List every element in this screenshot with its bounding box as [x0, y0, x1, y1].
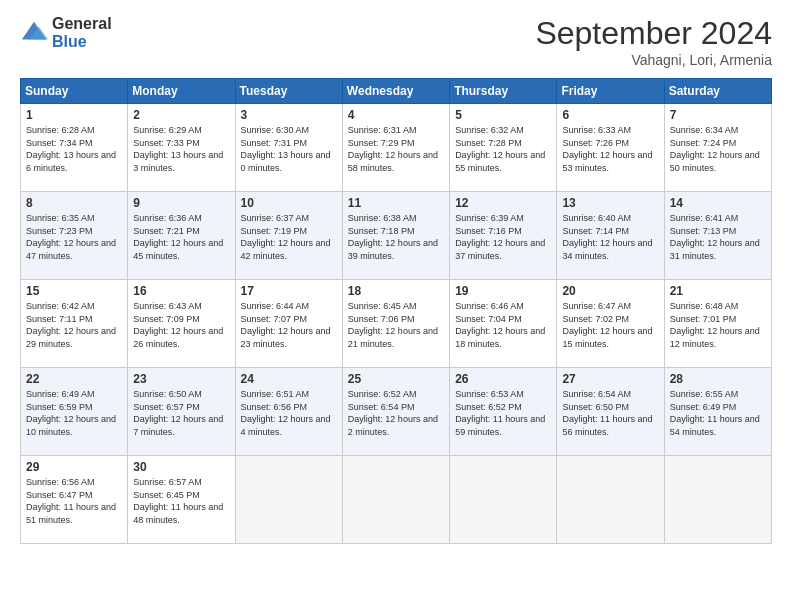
calendar-day-cell: 4 Sunrise: 6:31 AM Sunset: 7:29 PM Dayli…	[342, 104, 449, 192]
calendar-day-cell: 25 Sunrise: 6:52 AM Sunset: 6:54 PM Dayl…	[342, 368, 449, 456]
day-number: 3	[241, 108, 337, 122]
calendar-empty-cell	[450, 456, 557, 544]
calendar-day-cell: 5 Sunrise: 6:32 AM Sunset: 7:28 PM Dayli…	[450, 104, 557, 192]
day-number: 11	[348, 196, 444, 210]
day-number: 5	[455, 108, 551, 122]
calendar-day-cell: 3 Sunrise: 6:30 AM Sunset: 7:31 PM Dayli…	[235, 104, 342, 192]
day-number: 7	[670, 108, 766, 122]
calendar-week-row: 29 Sunrise: 6:56 AM Sunset: 6:47 PM Dayl…	[21, 456, 772, 544]
logo-icon	[20, 19, 48, 47]
calendar-day-cell: 26 Sunrise: 6:53 AM Sunset: 6:52 PM Dayl…	[450, 368, 557, 456]
calendar-day-cell: 11 Sunrise: 6:38 AM Sunset: 7:18 PM Dayl…	[342, 192, 449, 280]
day-info: Sunrise: 6:42 AM Sunset: 7:11 PM Dayligh…	[26, 300, 122, 350]
location: Vahagni, Lori, Armenia	[535, 52, 772, 68]
day-number: 29	[26, 460, 122, 474]
calendar-day-cell: 22 Sunrise: 6:49 AM Sunset: 6:59 PM Dayl…	[21, 368, 128, 456]
day-number: 22	[26, 372, 122, 386]
calendar-day-cell: 28 Sunrise: 6:55 AM Sunset: 6:49 PM Dayl…	[664, 368, 771, 456]
day-info: Sunrise: 6:34 AM Sunset: 7:24 PM Dayligh…	[670, 124, 766, 174]
day-number: 20	[562, 284, 658, 298]
logo-general: General	[52, 15, 112, 33]
day-number: 27	[562, 372, 658, 386]
day-number: 24	[241, 372, 337, 386]
calendar-day-cell: 29 Sunrise: 6:56 AM Sunset: 6:47 PM Dayl…	[21, 456, 128, 544]
day-info: Sunrise: 6:50 AM Sunset: 6:57 PM Dayligh…	[133, 388, 229, 438]
day-info: Sunrise: 6:32 AM Sunset: 7:28 PM Dayligh…	[455, 124, 551, 174]
calendar-day-cell: 21 Sunrise: 6:48 AM Sunset: 7:01 PM Dayl…	[664, 280, 771, 368]
calendar-day-cell: 20 Sunrise: 6:47 AM Sunset: 7:02 PM Dayl…	[557, 280, 664, 368]
col-friday: Friday	[557, 79, 664, 104]
month-title: September 2024	[535, 15, 772, 52]
page: General Blue September 2024 Vahagni, Lor…	[0, 0, 792, 612]
day-number: 30	[133, 460, 229, 474]
day-number: 10	[241, 196, 337, 210]
calendar-header-row: Sunday Monday Tuesday Wednesday Thursday…	[21, 79, 772, 104]
day-number: 21	[670, 284, 766, 298]
calendar-day-cell: 30 Sunrise: 6:57 AM Sunset: 6:45 PM Dayl…	[128, 456, 235, 544]
calendar-day-cell: 14 Sunrise: 6:41 AM Sunset: 7:13 PM Dayl…	[664, 192, 771, 280]
day-number: 9	[133, 196, 229, 210]
calendar-empty-cell	[342, 456, 449, 544]
logo: General Blue	[20, 15, 112, 50]
calendar-day-cell: 15 Sunrise: 6:42 AM Sunset: 7:11 PM Dayl…	[21, 280, 128, 368]
day-number: 17	[241, 284, 337, 298]
day-number: 8	[26, 196, 122, 210]
day-info: Sunrise: 6:45 AM Sunset: 7:06 PM Dayligh…	[348, 300, 444, 350]
col-tuesday: Tuesday	[235, 79, 342, 104]
calendar-week-row: 8 Sunrise: 6:35 AM Sunset: 7:23 PM Dayli…	[21, 192, 772, 280]
day-info: Sunrise: 6:30 AM Sunset: 7:31 PM Dayligh…	[241, 124, 337, 174]
day-info: Sunrise: 6:43 AM Sunset: 7:09 PM Dayligh…	[133, 300, 229, 350]
calendar-day-cell: 10 Sunrise: 6:37 AM Sunset: 7:19 PM Dayl…	[235, 192, 342, 280]
day-number: 18	[348, 284, 444, 298]
calendar-day-cell: 19 Sunrise: 6:46 AM Sunset: 7:04 PM Dayl…	[450, 280, 557, 368]
day-number: 25	[348, 372, 444, 386]
calendar-day-cell: 12 Sunrise: 6:39 AM Sunset: 7:16 PM Dayl…	[450, 192, 557, 280]
day-number: 23	[133, 372, 229, 386]
calendar-day-cell: 7 Sunrise: 6:34 AM Sunset: 7:24 PM Dayli…	[664, 104, 771, 192]
day-info: Sunrise: 6:39 AM Sunset: 7:16 PM Dayligh…	[455, 212, 551, 262]
calendar-empty-cell	[235, 456, 342, 544]
day-info: Sunrise: 6:47 AM Sunset: 7:02 PM Dayligh…	[562, 300, 658, 350]
calendar-empty-cell	[557, 456, 664, 544]
day-info: Sunrise: 6:46 AM Sunset: 7:04 PM Dayligh…	[455, 300, 551, 350]
calendar-day-cell: 18 Sunrise: 6:45 AM Sunset: 7:06 PM Dayl…	[342, 280, 449, 368]
day-number: 28	[670, 372, 766, 386]
calendar-day-cell: 16 Sunrise: 6:43 AM Sunset: 7:09 PM Dayl…	[128, 280, 235, 368]
logo-text: General Blue	[52, 15, 112, 50]
calendar-day-cell: 23 Sunrise: 6:50 AM Sunset: 6:57 PM Dayl…	[128, 368, 235, 456]
calendar-day-cell: 17 Sunrise: 6:44 AM Sunset: 7:07 PM Dayl…	[235, 280, 342, 368]
day-info: Sunrise: 6:53 AM Sunset: 6:52 PM Dayligh…	[455, 388, 551, 438]
day-info: Sunrise: 6:57 AM Sunset: 6:45 PM Dayligh…	[133, 476, 229, 526]
day-info: Sunrise: 6:35 AM Sunset: 7:23 PM Dayligh…	[26, 212, 122, 262]
calendar-day-cell: 13 Sunrise: 6:40 AM Sunset: 7:14 PM Dayl…	[557, 192, 664, 280]
day-info: Sunrise: 6:29 AM Sunset: 7:33 PM Dayligh…	[133, 124, 229, 174]
day-info: Sunrise: 6:49 AM Sunset: 6:59 PM Dayligh…	[26, 388, 122, 438]
calendar-day-cell: 1 Sunrise: 6:28 AM Sunset: 7:34 PM Dayli…	[21, 104, 128, 192]
day-info: Sunrise: 6:44 AM Sunset: 7:07 PM Dayligh…	[241, 300, 337, 350]
calendar-week-row: 22 Sunrise: 6:49 AM Sunset: 6:59 PM Dayl…	[21, 368, 772, 456]
day-number: 15	[26, 284, 122, 298]
day-info: Sunrise: 6:40 AM Sunset: 7:14 PM Dayligh…	[562, 212, 658, 262]
day-info: Sunrise: 6:55 AM Sunset: 6:49 PM Dayligh…	[670, 388, 766, 438]
day-number: 4	[348, 108, 444, 122]
day-number: 1	[26, 108, 122, 122]
day-number: 12	[455, 196, 551, 210]
calendar-empty-cell	[664, 456, 771, 544]
title-section: September 2024 Vahagni, Lori, Armenia	[535, 15, 772, 68]
header: General Blue September 2024 Vahagni, Lor…	[20, 15, 772, 68]
day-number: 16	[133, 284, 229, 298]
col-thursday: Thursday	[450, 79, 557, 104]
calendar: Sunday Monday Tuesday Wednesday Thursday…	[20, 78, 772, 544]
day-info: Sunrise: 6:28 AM Sunset: 7:34 PM Dayligh…	[26, 124, 122, 174]
day-number: 14	[670, 196, 766, 210]
col-wednesday: Wednesday	[342, 79, 449, 104]
calendar-week-row: 1 Sunrise: 6:28 AM Sunset: 7:34 PM Dayli…	[21, 104, 772, 192]
day-info: Sunrise: 6:56 AM Sunset: 6:47 PM Dayligh…	[26, 476, 122, 526]
logo-blue: Blue	[52, 33, 112, 51]
calendar-day-cell: 2 Sunrise: 6:29 AM Sunset: 7:33 PM Dayli…	[128, 104, 235, 192]
day-number: 19	[455, 284, 551, 298]
calendar-day-cell: 24 Sunrise: 6:51 AM Sunset: 6:56 PM Dayl…	[235, 368, 342, 456]
day-info: Sunrise: 6:31 AM Sunset: 7:29 PM Dayligh…	[348, 124, 444, 174]
day-number: 26	[455, 372, 551, 386]
col-sunday: Sunday	[21, 79, 128, 104]
